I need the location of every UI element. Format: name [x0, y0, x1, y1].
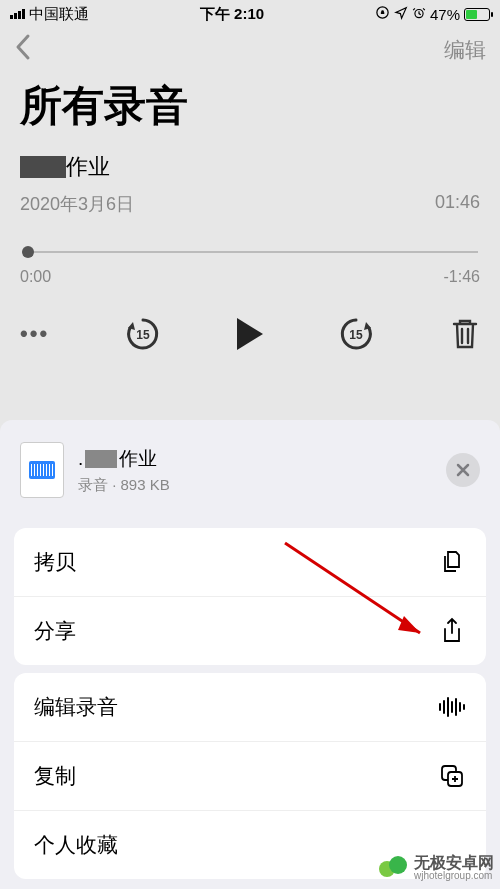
redacted-text: [20, 156, 66, 178]
redacted-text: [85, 450, 117, 468]
forward-15-button[interactable]: 15: [336, 314, 376, 354]
elapsed-time: 0:00: [20, 268, 51, 286]
sheet-header: .作业 录音 · 893 KB: [0, 420, 500, 520]
scrubber-thumb[interactable]: [22, 246, 34, 258]
playback-controls: ••• 15 15: [0, 286, 500, 378]
recording-item[interactable]: 作业 2020年3月6日 01:46 0:00 -1:46: [0, 152, 500, 286]
share-sheet: .作业 录音 · 893 KB 拷贝 分享: [0, 420, 500, 889]
duplicate-icon: [438, 762, 466, 790]
signal-icon: [10, 9, 25, 19]
file-thumb-icon: [20, 442, 64, 498]
rewind-15-button[interactable]: 15: [123, 314, 163, 354]
screen: 中国联通 下午 2:10 47% 编辑 所有录音 作业: [0, 0, 500, 889]
edit-button[interactable]: 编辑: [444, 36, 486, 64]
back-button[interactable]: [14, 33, 32, 68]
battery-pct: 47%: [430, 6, 460, 23]
more-options-button[interactable]: •••: [20, 321, 49, 347]
recording-duration: 01:46: [435, 192, 480, 216]
orientation-lock-icon: [375, 5, 390, 23]
playback-scrubber[interactable]: [22, 246, 478, 258]
file-title: .作业: [78, 446, 446, 472]
location-icon: [394, 6, 408, 23]
status-time: 下午 2:10: [89, 5, 375, 24]
svg-text:15: 15: [350, 328, 364, 342]
share-icon: [438, 617, 466, 645]
action-duplicate[interactable]: 复制: [14, 742, 486, 811]
copy-files-icon: [438, 548, 466, 576]
alarm-icon: [412, 6, 426, 23]
recording-title: 作业: [20, 152, 480, 182]
action-copy[interactable]: 拷贝: [14, 528, 486, 597]
battery-icon: [464, 8, 490, 21]
recording-date: 2020年3月6日: [20, 192, 134, 216]
action-group-1: 拷贝 分享: [14, 528, 486, 665]
carrier-label: 中国联通: [29, 5, 89, 24]
play-button[interactable]: [237, 318, 263, 350]
action-edit-recording[interactable]: 编辑录音: [14, 673, 486, 742]
action-share[interactable]: 分享: [14, 597, 486, 665]
page-title: 所有录音: [0, 72, 500, 152]
action-add-favorites[interactable]: 个人收藏: [14, 811, 486, 879]
remaining-time: -1:46: [444, 268, 480, 286]
close-sheet-button[interactable]: [446, 453, 480, 487]
delete-button[interactable]: [450, 317, 480, 351]
svg-text:15: 15: [136, 328, 150, 342]
nav-bar: 编辑: [0, 28, 500, 72]
status-bar: 中国联通 下午 2:10 47%: [0, 0, 500, 28]
action-group-2: 编辑录音 复制 个人收藏: [14, 673, 486, 879]
waveform-icon: [438, 693, 466, 721]
file-subtitle: 录音 · 893 KB: [78, 476, 446, 495]
